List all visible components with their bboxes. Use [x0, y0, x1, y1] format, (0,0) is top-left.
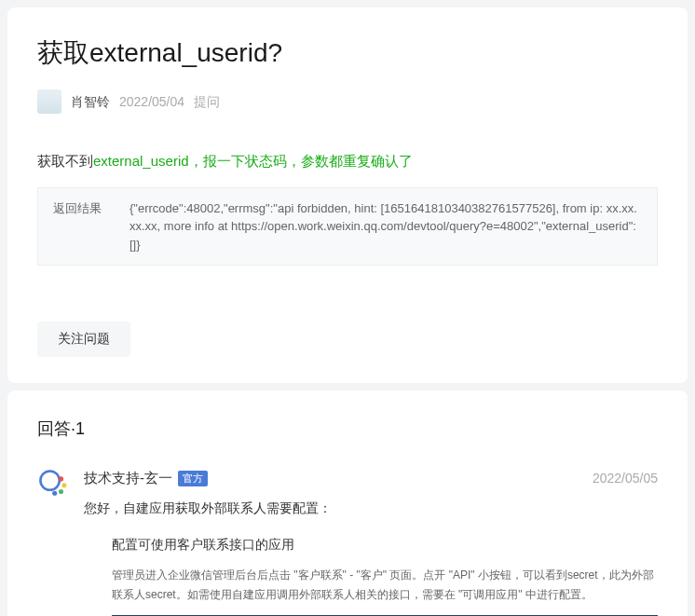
official-badge: 官方: [178, 471, 208, 486]
answer-sub-heading: 配置可使用客户联系接口的应用: [112, 535, 658, 554]
svg-point-3: [59, 489, 63, 494]
question-card: 获取external_userid? 肖智铃 2022/05/04 提问 获取不…: [7, 7, 688, 383]
follow-button[interactable]: 关注问题: [37, 322, 130, 357]
answers-header-prefix: 回答: [37, 419, 71, 438]
svg-point-0: [40, 471, 59, 489]
answer-greeting: 您好，自建应用获取外部联系人需要配置：: [84, 499, 658, 518]
question-content: 获取不到external_userid，报一下状态码，参数都重复确认了: [37, 151, 658, 172]
result-body: {"errcode":48002,"errmsg":"api forbidden…: [129, 199, 642, 254]
result-label: 返回结果: [53, 199, 102, 254]
answer-head: 技术支持-玄一 官方 2022/05/05: [84, 468, 658, 489]
answer-sub-desc: 管理员进入企业微信管理后台后点击 "客户联系" - "客户" 页面。点开 "AP…: [112, 566, 658, 606]
question-meta: 肖智铃 2022/05/04 提问: [37, 89, 658, 114]
result-box: 返回结果 {"errcode":48002,"errmsg":"api forb…: [37, 187, 658, 267]
question-date: 2022/05/04: [119, 92, 184, 112]
question-title: 获取external_userid?: [37, 34, 658, 73]
ask-label: 提问: [194, 92, 220, 112]
svg-point-1: [59, 476, 63, 481]
answers-count: ·1: [71, 419, 85, 438]
answer-item: 技术支持-玄一 官方 2022/05/05 您好，自建应用获取外部联系人需要配置…: [37, 468, 658, 616]
answer-date: 2022/05/05: [593, 469, 658, 488]
svg-point-4: [52, 491, 57, 496]
answer-body: 技术支持-玄一 官方 2022/05/05 您好，自建应用获取外部联系人需要配置…: [84, 468, 658, 616]
author-name[interactable]: 肖智铃: [71, 92, 110, 112]
answer-author[interactable]: 技术支持-玄一: [84, 468, 172, 489]
content-highlight: external_userid，报一下状态码，参数都重复确认了: [93, 153, 413, 169]
answer-avatar[interactable]: [37, 468, 69, 500]
content-prefix: 获取不到: [37, 153, 93, 169]
svg-point-2: [61, 483, 66, 487]
answers-card: 回答·1 技术支持-玄一 官方 2022/05/05 您好，自建应用获取外部联系…: [7, 390, 688, 616]
answer-author-row: 技术支持-玄一 官方: [84, 468, 208, 489]
answers-header: 回答·1: [37, 417, 658, 442]
author-avatar[interactable]: [37, 89, 61, 114]
wecom-logo-icon: [37, 468, 69, 500]
